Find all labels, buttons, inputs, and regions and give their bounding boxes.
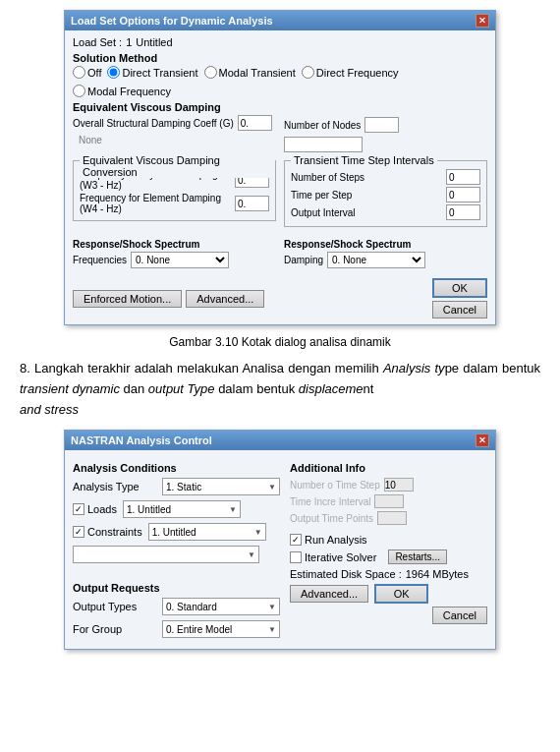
run-analysis-container[interactable]: ✓ Run Analysis xyxy=(290,534,487,546)
dialog2-title: NASTRAN Analysis Control xyxy=(71,434,212,446)
loads-value: 1. Untitled xyxy=(127,504,171,515)
response-shock-right-label: Response/Shock Spectrum xyxy=(284,239,487,250)
output-interval-input[interactable] xyxy=(446,204,480,220)
dialog2: NASTRAN Analysis Control ✕ Analysis Cond… xyxy=(64,430,496,650)
main-text-italic3: output Type xyxy=(148,381,215,396)
output-time-input[interactable] xyxy=(377,511,407,525)
loads-label: Loads xyxy=(87,503,117,515)
equiv-viscous-label: Equivalent Viscous Damping xyxy=(73,101,487,113)
num-nodes-label: Number of Nodes xyxy=(284,120,361,131)
number-of-nodes-label2: None xyxy=(79,135,102,145)
extra-combo[interactable]: ▼ xyxy=(73,546,259,563)
radio-modal-frequency-input[interactable] xyxy=(73,85,85,97)
response-shock-left-label: Response/Shock Spectrum xyxy=(73,239,276,250)
radio-off-label: Off xyxy=(87,67,101,79)
radio-direct-transient-label: Direct Transient xyxy=(122,67,197,79)
enforced-motion-button[interactable]: Enforced Motion... xyxy=(73,290,182,308)
constraints-combo[interactable]: 1. Untitled ▼ xyxy=(148,523,266,541)
loadset-label: Load Set : xyxy=(73,36,122,48)
constraints-label: Constraints xyxy=(87,526,142,538)
dialog1-ok-button[interactable]: OK xyxy=(432,278,487,298)
output-types-label: Output Types xyxy=(73,601,156,612)
main-text-middle3: dalam bentuk xyxy=(215,381,299,396)
radio-direct-frequency-input[interactable] xyxy=(302,66,314,79)
analysis-type-value: 1. Static xyxy=(166,482,201,492)
radio-off[interactable]: Off xyxy=(73,66,101,79)
output-types-combo[interactable]: 0. Standard ▼ xyxy=(162,598,280,615)
radio-modal-frequency-label: Modal Frequency xyxy=(87,86,171,97)
dialog2-close-button[interactable]: ✕ xyxy=(476,434,489,447)
main-text-cont2: nt xyxy=(364,381,374,396)
num-steps-input[interactable] xyxy=(446,169,480,185)
transient-time-title: Transient Time Step Intervals xyxy=(291,154,437,166)
loads-combo[interactable]: 1. Untitled ▼ xyxy=(123,500,241,518)
freq-element-label: Frequency for Element Damping (W4 - Hz) xyxy=(80,193,231,214)
main-text-italic2: transient dynamic xyxy=(20,381,120,396)
num-time-steps-label: Number o Time Step xyxy=(290,480,380,491)
main-text-and-stress: and stress xyxy=(20,402,79,417)
dialog2-advanced-button[interactable]: Advanced... xyxy=(290,585,368,603)
radio-modal-transient[interactable]: Modal Transient xyxy=(204,66,296,79)
dialog2-titlebar: NASTRAN Analysis Control ✕ xyxy=(65,431,495,450)
radio-direct-transient-input[interactable] xyxy=(107,66,120,79)
dialog1-title: Load Set Options for Dynamic Analysis xyxy=(71,15,273,27)
analysis-type-combo[interactable]: 1. Static ▼ xyxy=(162,478,280,495)
restarts-button[interactable]: Restarts... xyxy=(388,550,447,564)
loads-arrow: ▼ xyxy=(229,505,237,514)
output-types-value: 0. Standard xyxy=(166,602,217,612)
output-types-arrow: ▼ xyxy=(268,603,276,611)
analysis-type-arrow: ▼ xyxy=(268,483,276,492)
num-nodes-input[interactable] xyxy=(364,117,399,133)
dialog1-close-button[interactable]: ✕ xyxy=(476,14,489,28)
constraints-checkbox-container[interactable]: ✓ Constraints xyxy=(73,526,142,538)
overall-structural-label: Overall Structural Damping Coeff (G) xyxy=(73,118,234,129)
loads-checkbox[interactable]: ✓ xyxy=(73,503,84,515)
constraints-value: 1. Untitled xyxy=(152,527,196,538)
main-text-block: 8. Langkah terakhir adalah melakukan Ana… xyxy=(20,359,540,420)
frequencies-label: Frequencies xyxy=(73,255,127,265)
time-per-step-label: Time per Step xyxy=(291,190,442,201)
frequencies-select[interactable]: 0. None xyxy=(131,252,229,268)
for-group-label: For Group xyxy=(73,623,156,635)
radio-modal-frequency[interactable]: Modal Frequency xyxy=(73,85,171,97)
overall-structural-input[interactable] xyxy=(238,115,272,131)
dialog1-advanced-button[interactable]: Advanced... xyxy=(186,290,264,308)
run-analysis-checkbox[interactable]: ✓ xyxy=(290,534,302,546)
nodes-extra-input[interactable] xyxy=(284,137,363,152)
constraints-arrow: ▼ xyxy=(254,528,262,537)
dialog1-cancel-button[interactable]: Cancel xyxy=(432,301,487,318)
radio-direct-transient[interactable]: Direct Transient xyxy=(107,66,197,79)
iterative-solver-checkbox[interactable] xyxy=(290,551,302,563)
damping-select[interactable]: 0. None xyxy=(327,252,425,268)
main-text-italic4: displaceme xyxy=(299,381,364,396)
for-group-arrow: ▼ xyxy=(268,625,276,634)
additional-info-label: Additional Info xyxy=(290,462,487,474)
iterative-solver-container[interactable]: Iterative Solver xyxy=(290,551,376,563)
time-increm-label: Time Incre Interval xyxy=(290,496,370,507)
for-group-value: 0. Entire Model xyxy=(166,624,232,635)
dialog2-ok-button[interactable]: OK xyxy=(374,584,428,604)
num-steps-label: Number of Steps xyxy=(291,172,442,183)
main-text-italic1: Analysis ty xyxy=(383,361,445,376)
dialog2-cancel-button[interactable]: Cancel xyxy=(432,607,487,624)
output-time-label: Output Time Points xyxy=(290,513,373,524)
freq-element-input[interactable] xyxy=(235,196,269,211)
radio-modal-transient-label: Modal Transient xyxy=(219,67,296,79)
time-per-step-input[interactable] xyxy=(446,187,480,202)
main-text-cont1: pe xyxy=(445,361,464,376)
radio-off-input[interactable] xyxy=(73,66,85,79)
caption1: Gambar 3.10 Kotak dialog analisa dinamik xyxy=(0,335,560,349)
solution-method-group: Off Direct Transient Modal Transient Dir… xyxy=(73,66,487,97)
num-time-steps-input[interactable] xyxy=(384,478,414,492)
loadset-name: Untitled xyxy=(136,36,172,48)
radio-modal-transient-input[interactable] xyxy=(204,66,217,79)
loads-checkbox-container[interactable]: ✓ Loads xyxy=(73,503,117,515)
main-text-prefix: 8. Langkah terakhir adalah melakukan Ana… xyxy=(20,361,383,376)
time-increm-input[interactable] xyxy=(374,494,404,508)
estimated-disk-value: 1964 MBytes xyxy=(406,568,469,580)
constraints-checkbox[interactable]: ✓ xyxy=(73,526,84,538)
radio-direct-frequency[interactable]: Direct Frequency xyxy=(302,66,399,79)
radio-direct-frequency-label: Direct Frequency xyxy=(316,67,399,79)
main-text-middle2: dan xyxy=(120,381,148,396)
for-group-combo[interactable]: 0. Entire Model ▼ xyxy=(162,620,280,638)
